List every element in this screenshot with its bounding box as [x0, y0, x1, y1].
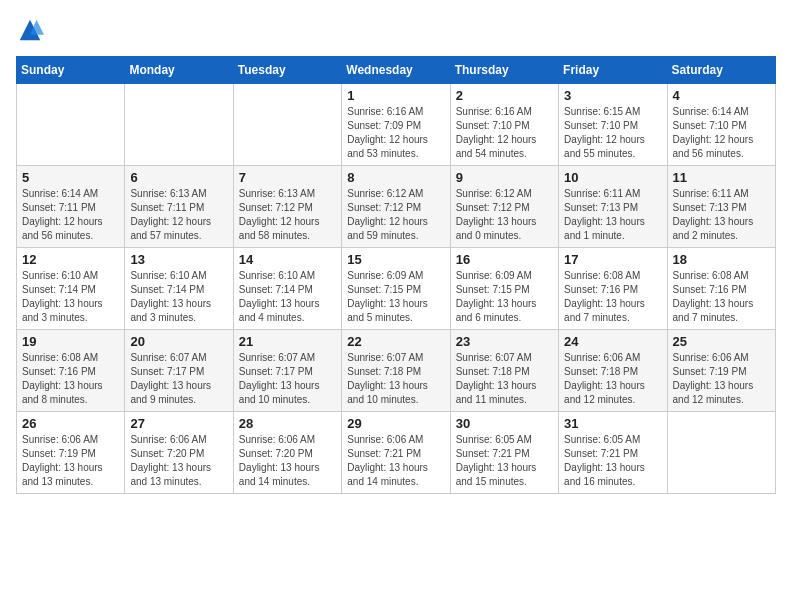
calendar-week-row: 5Sunrise: 6:14 AM Sunset: 7:11 PM Daylig…	[17, 166, 776, 248]
day-number: 6	[130, 170, 227, 185]
calendar-cell: 2Sunrise: 6:16 AM Sunset: 7:10 PM Daylig…	[450, 84, 558, 166]
day-number: 8	[347, 170, 444, 185]
day-info: Sunrise: 6:09 AM Sunset: 7:15 PM Dayligh…	[456, 269, 553, 325]
calendar-cell: 16Sunrise: 6:09 AM Sunset: 7:15 PM Dayli…	[450, 248, 558, 330]
calendar-cell: 4Sunrise: 6:14 AM Sunset: 7:10 PM Daylig…	[667, 84, 775, 166]
calendar-day-header: Tuesday	[233, 57, 341, 84]
calendar-day-header: Thursday	[450, 57, 558, 84]
calendar-cell: 3Sunrise: 6:15 AM Sunset: 7:10 PM Daylig…	[559, 84, 667, 166]
day-number: 17	[564, 252, 661, 267]
page-header	[16, 16, 776, 44]
calendar-cell: 25Sunrise: 6:06 AM Sunset: 7:19 PM Dayli…	[667, 330, 775, 412]
day-info: Sunrise: 6:08 AM Sunset: 7:16 PM Dayligh…	[22, 351, 119, 407]
day-number: 18	[673, 252, 770, 267]
day-number: 14	[239, 252, 336, 267]
day-number: 26	[22, 416, 119, 431]
calendar-cell: 15Sunrise: 6:09 AM Sunset: 7:15 PM Dayli…	[342, 248, 450, 330]
day-number: 29	[347, 416, 444, 431]
calendar-cell: 5Sunrise: 6:14 AM Sunset: 7:11 PM Daylig…	[17, 166, 125, 248]
day-number: 3	[564, 88, 661, 103]
logo-icon	[16, 16, 44, 44]
calendar-cell: 28Sunrise: 6:06 AM Sunset: 7:20 PM Dayli…	[233, 412, 341, 494]
calendar-cell: 1Sunrise: 6:16 AM Sunset: 7:09 PM Daylig…	[342, 84, 450, 166]
calendar-cell: 26Sunrise: 6:06 AM Sunset: 7:19 PM Dayli…	[17, 412, 125, 494]
day-number: 2	[456, 88, 553, 103]
day-info: Sunrise: 6:07 AM Sunset: 7:18 PM Dayligh…	[347, 351, 444, 407]
day-number: 16	[456, 252, 553, 267]
day-info: Sunrise: 6:10 AM Sunset: 7:14 PM Dayligh…	[239, 269, 336, 325]
calendar-cell: 8Sunrise: 6:12 AM Sunset: 7:12 PM Daylig…	[342, 166, 450, 248]
day-info: Sunrise: 6:06 AM Sunset: 7:18 PM Dayligh…	[564, 351, 661, 407]
day-info: Sunrise: 6:16 AM Sunset: 7:10 PM Dayligh…	[456, 105, 553, 161]
day-number: 19	[22, 334, 119, 349]
day-number: 24	[564, 334, 661, 349]
calendar-cell: 13Sunrise: 6:10 AM Sunset: 7:14 PM Dayli…	[125, 248, 233, 330]
calendar-cell: 30Sunrise: 6:05 AM Sunset: 7:21 PM Dayli…	[450, 412, 558, 494]
day-info: Sunrise: 6:06 AM Sunset: 7:19 PM Dayligh…	[673, 351, 770, 407]
day-info: Sunrise: 6:08 AM Sunset: 7:16 PM Dayligh…	[564, 269, 661, 325]
day-number: 31	[564, 416, 661, 431]
calendar-week-row: 26Sunrise: 6:06 AM Sunset: 7:19 PM Dayli…	[17, 412, 776, 494]
day-number: 9	[456, 170, 553, 185]
day-info: Sunrise: 6:13 AM Sunset: 7:12 PM Dayligh…	[239, 187, 336, 243]
day-number: 11	[673, 170, 770, 185]
day-info: Sunrise: 6:06 AM Sunset: 7:20 PM Dayligh…	[130, 433, 227, 489]
day-info: Sunrise: 6:07 AM Sunset: 7:17 PM Dayligh…	[130, 351, 227, 407]
calendar-week-row: 1Sunrise: 6:16 AM Sunset: 7:09 PM Daylig…	[17, 84, 776, 166]
calendar-cell	[233, 84, 341, 166]
day-info: Sunrise: 6:08 AM Sunset: 7:16 PM Dayligh…	[673, 269, 770, 325]
day-number: 25	[673, 334, 770, 349]
calendar-cell: 20Sunrise: 6:07 AM Sunset: 7:17 PM Dayli…	[125, 330, 233, 412]
calendar-day-header: Monday	[125, 57, 233, 84]
day-info: Sunrise: 6:11 AM Sunset: 7:13 PM Dayligh…	[673, 187, 770, 243]
calendar-week-row: 12Sunrise: 6:10 AM Sunset: 7:14 PM Dayli…	[17, 248, 776, 330]
day-number: 20	[130, 334, 227, 349]
day-info: Sunrise: 6:13 AM Sunset: 7:11 PM Dayligh…	[130, 187, 227, 243]
day-info: Sunrise: 6:07 AM Sunset: 7:18 PM Dayligh…	[456, 351, 553, 407]
calendar-cell: 21Sunrise: 6:07 AM Sunset: 7:17 PM Dayli…	[233, 330, 341, 412]
day-info: Sunrise: 6:05 AM Sunset: 7:21 PM Dayligh…	[456, 433, 553, 489]
calendar-day-header: Friday	[559, 57, 667, 84]
day-info: Sunrise: 6:09 AM Sunset: 7:15 PM Dayligh…	[347, 269, 444, 325]
calendar-cell	[667, 412, 775, 494]
day-number: 28	[239, 416, 336, 431]
day-info: Sunrise: 6:16 AM Sunset: 7:09 PM Dayligh…	[347, 105, 444, 161]
calendar-cell: 31Sunrise: 6:05 AM Sunset: 7:21 PM Dayli…	[559, 412, 667, 494]
day-info: Sunrise: 6:06 AM Sunset: 7:19 PM Dayligh…	[22, 433, 119, 489]
calendar-cell: 23Sunrise: 6:07 AM Sunset: 7:18 PM Dayli…	[450, 330, 558, 412]
day-info: Sunrise: 6:14 AM Sunset: 7:11 PM Dayligh…	[22, 187, 119, 243]
day-info: Sunrise: 6:11 AM Sunset: 7:13 PM Dayligh…	[564, 187, 661, 243]
day-info: Sunrise: 6:10 AM Sunset: 7:14 PM Dayligh…	[22, 269, 119, 325]
day-number: 15	[347, 252, 444, 267]
calendar-day-header: Sunday	[17, 57, 125, 84]
day-number: 22	[347, 334, 444, 349]
day-number: 23	[456, 334, 553, 349]
calendar-cell: 27Sunrise: 6:06 AM Sunset: 7:20 PM Dayli…	[125, 412, 233, 494]
calendar-cell	[17, 84, 125, 166]
calendar-cell: 14Sunrise: 6:10 AM Sunset: 7:14 PM Dayli…	[233, 248, 341, 330]
day-number: 21	[239, 334, 336, 349]
day-number: 4	[673, 88, 770, 103]
calendar-cell: 9Sunrise: 6:12 AM Sunset: 7:12 PM Daylig…	[450, 166, 558, 248]
day-number: 13	[130, 252, 227, 267]
day-number: 1	[347, 88, 444, 103]
calendar-table: SundayMondayTuesdayWednesdayThursdayFrid…	[16, 56, 776, 494]
day-info: Sunrise: 6:15 AM Sunset: 7:10 PM Dayligh…	[564, 105, 661, 161]
calendar-day-header: Wednesday	[342, 57, 450, 84]
day-info: Sunrise: 6:12 AM Sunset: 7:12 PM Dayligh…	[456, 187, 553, 243]
day-info: Sunrise: 6:06 AM Sunset: 7:21 PM Dayligh…	[347, 433, 444, 489]
day-info: Sunrise: 6:12 AM Sunset: 7:12 PM Dayligh…	[347, 187, 444, 243]
day-number: 30	[456, 416, 553, 431]
day-info: Sunrise: 6:05 AM Sunset: 7:21 PM Dayligh…	[564, 433, 661, 489]
day-info: Sunrise: 6:10 AM Sunset: 7:14 PM Dayligh…	[130, 269, 227, 325]
calendar-cell: 24Sunrise: 6:06 AM Sunset: 7:18 PM Dayli…	[559, 330, 667, 412]
calendar-week-row: 19Sunrise: 6:08 AM Sunset: 7:16 PM Dayli…	[17, 330, 776, 412]
calendar-cell: 6Sunrise: 6:13 AM Sunset: 7:11 PM Daylig…	[125, 166, 233, 248]
day-number: 12	[22, 252, 119, 267]
calendar-cell: 7Sunrise: 6:13 AM Sunset: 7:12 PM Daylig…	[233, 166, 341, 248]
calendar-cell: 18Sunrise: 6:08 AM Sunset: 7:16 PM Dayli…	[667, 248, 775, 330]
calendar-cell: 19Sunrise: 6:08 AM Sunset: 7:16 PM Dayli…	[17, 330, 125, 412]
calendar-header-row: SundayMondayTuesdayWednesdayThursdayFrid…	[17, 57, 776, 84]
day-number: 7	[239, 170, 336, 185]
day-number: 5	[22, 170, 119, 185]
